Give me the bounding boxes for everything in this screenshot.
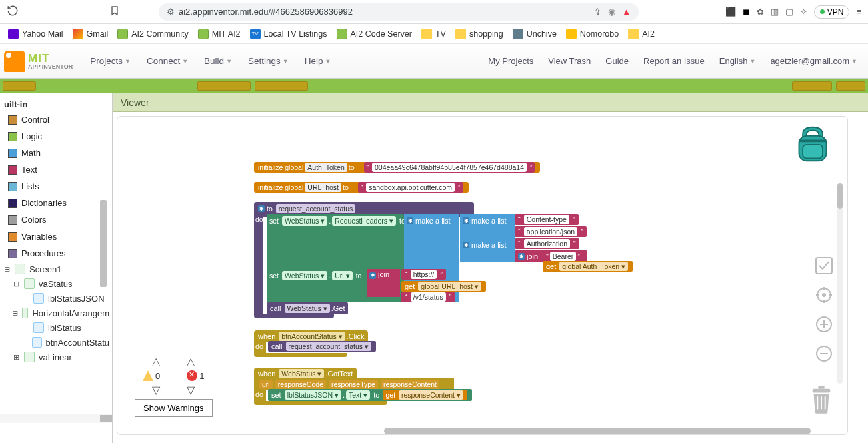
svg-point-5 [822,293,826,297]
workspace-hscroll[interactable] [251,428,848,434]
block-proc-footer [254,314,334,318]
bm-yahoo[interactable]: Yahoo Mail [8,29,63,39]
warn-up-icon[interactable]: △ [152,355,160,368]
block-get-url-host[interactable]: get global URL_host ▾ [401,281,486,292]
palette-cat-text[interactable]: Text [0,161,112,178]
reload-icon[interactable] [7,5,19,19]
tree-item-lblStatusJSON[interactable]: lblStatusJSON [0,291,112,306]
sidepanel-icon[interactable]: ▥ [771,7,779,17]
warn-down-icon[interactable]: ▽ [152,384,160,396]
menu-account[interactable]: agetzler@gmail.com▼ [763,52,864,70]
menu-myprojects[interactable]: My Projects [481,52,540,70]
menu-build[interactable]: Build▼ [197,52,239,70]
palette-cat-lists[interactable]: Lists [0,178,112,195]
ext1-icon[interactable]: ◼ [743,7,750,17]
block-proc-do[interactable]: do [254,214,263,316]
palette-cat-math[interactable]: Math [0,145,112,161]
block-makelist-2[interactable]: make a list [460,214,515,238]
share-icon[interactable]: ⇪ [594,7,601,17]
workspace-controls [815,257,833,362]
block-call-get[interactable]: call WebStatus ▾.Get [267,302,348,314]
block-init-auth-token[interactable]: initialize globalAuth_Token to “ 004eaa4… [254,162,540,173]
menu-lang[interactable]: English▼ [713,52,763,70]
site-settings-icon[interactable]: ⚙ [167,7,175,17]
block-get-auth-token[interactable]: get global Auth_Token ▾ [543,261,633,272]
url-bar[interactable]: ⚙ ai2.appinventor.mit.edu/#4662586906836… [159,3,639,21]
block-init-url-host[interactable]: initialize globalURL_host to “ sandbox.a… [254,182,469,193]
bm-shopping[interactable]: shopping [455,29,503,39]
menu-trash[interactable]: View Trash [541,52,597,70]
menu-help[interactable]: Help▼ [298,52,338,70]
mit-logo[interactable]: MITAPP INVENTOR [4,51,73,72]
menu-right: My Projects View Trash Guide Report an I… [481,52,864,70]
main-menu: Projects▼ Connect▼ Build▼ Settings▼ Help… [83,52,337,70]
svg-rect-2 [799,139,826,142]
bm-unchive[interactable]: Unchive [513,29,557,39]
palette-cat-variables[interactable]: Variables [0,228,112,245]
tree-expander[interactable]: ⊟ [12,280,20,288]
bm-mitai2[interactable]: MIT AI2 [198,29,241,39]
ext2-icon[interactable]: ▢ [785,7,793,17]
block-gottext-do[interactable]: do [254,389,266,402]
backpack-icon[interactable] [794,123,831,165]
zoom-out-icon[interactable] [815,345,833,362]
block-makelist-3[interactable]: make a list [460,238,515,262]
block-app-json[interactable]: “ application/json ” [515,226,587,237]
tree-item-lblStatus[interactable]: lblStatus [0,320,112,335]
menu-projects[interactable]: Projects▼ [83,52,137,70]
block-https[interactable]: “ https:// ” [401,269,446,280]
blocks-workspace[interactable]: initialize globalAuth_Token to “ 004eaa4… [113,112,868,443]
bm-nomorobo[interactable]: Nomorobo [566,29,619,39]
vpn-badge[interactable]: VPN [814,5,850,19]
block-join-url[interactable]: join [367,269,400,297]
tree-item-vaStatus[interactable]: ⊟vaStatus [0,276,112,291]
block-when-click-do[interactable]: do [254,341,266,354]
palette-cat-procedures[interactable]: Procedures [0,245,112,262]
tree-item-HorizontalArrangem[interactable]: ⊟HorizontalArrangem [0,306,112,320]
menu-connect[interactable]: Connect▼ [140,52,195,70]
bookmark-icon[interactable] [109,5,120,18]
show-warnings-button[interactable]: Show Warnings [135,399,213,417]
menu-guide[interactable]: Guide [599,52,635,70]
zoom-in-icon[interactable] [815,316,833,333]
block-content-type[interactable]: “ Content-type ” [515,214,579,225]
ext3-icon[interactable]: ✧ [800,7,807,17]
palette-cat-dictionaries[interactable]: Dictionaries [0,195,112,211]
bm-gmail[interactable]: Gmail [73,29,109,39]
palette-scrollbar[interactable] [100,200,107,287]
tree-expander[interactable]: ⊟ [3,265,11,274]
palette-hscroll[interactable] [0,414,112,423]
extensions-icon[interactable]: ✿ [757,7,764,17]
menu-icon[interactable]: ≡ [856,7,861,17]
err-down-icon[interactable]: ▽ [187,384,195,396]
brave-icon[interactable]: ◉ [608,7,615,17]
tree-expander[interactable]: ⊟ [12,309,18,318]
palette-cat-control[interactable]: Control [0,111,112,128]
trash-icon[interactable] [809,384,834,414]
bm-ai2[interactable]: AI2 [628,29,655,39]
translate-icon[interactable]: ⬛ [725,7,736,17]
check-icon[interactable] [815,257,833,274]
menu-report[interactable]: Report an Issue [637,52,711,70]
bm-localtv[interactable]: TVLocal TV Listings [250,29,327,39]
tree-item-btnAccountStatu[interactable]: btnAccountStatu [0,335,112,350]
warn-count: 0 [143,370,160,381]
palette-cat-colors[interactable]: Colors [0,211,112,228]
bm-ai2community[interactable]: AI2 Community [117,29,188,39]
tree-item-vaLinear[interactable]: ⊞vaLinear [0,350,112,364]
block-v1status[interactable]: “ /v1/status ” [401,292,455,302]
tree-expander[interactable]: ⊞ [12,353,20,362]
block-set-text[interactable]: set lblStatusJSON ▾.Text ▾ to get respon… [268,389,472,401]
workspace-vscroll[interactable] [837,183,843,384]
brave-shield-icon[interactable]: ▲ [622,7,631,17]
center-icon[interactable] [815,286,833,304]
menu-settings[interactable]: Settings▼ [241,52,295,70]
block-authorization[interactable]: “ Authorization ” [515,238,579,249]
block-call-proc[interactable]: call request_account_status ▾ [268,341,376,352]
palette-cat-logic[interactable]: Logic [0,128,112,145]
err-up-icon[interactable]: △ [187,355,195,368]
block-set-url[interactable]: set WebStatus ▾.Url ▾ to [267,269,365,297]
bm-tv[interactable]: TV [421,29,446,39]
tree-item-Screen1[interactable]: ⊟Screen1 [0,262,112,276]
bm-codeserver[interactable]: AI2 Code Server [337,29,412,39]
